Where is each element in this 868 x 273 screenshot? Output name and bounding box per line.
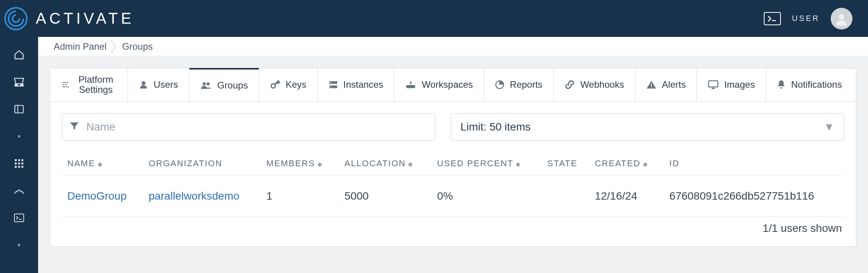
nav-separator-dot <box>11 130 27 143</box>
svg-rect-6 <box>18 159 20 161</box>
svg-point-28 <box>331 82 331 83</box>
col-created[interactable]: CREATED◆ <box>590 151 664 176</box>
key-icon <box>270 80 280 90</box>
col-allocation[interactable]: ALLOCATION◆ <box>339 151 432 176</box>
svg-point-22 <box>142 81 145 85</box>
alert-icon <box>646 80 656 89</box>
col-label: NAME <box>67 158 95 168</box>
tab-label: Images <box>724 79 755 90</box>
main: Admin Panel Groups Platform Settings Use… <box>38 37 868 273</box>
groups-table: NAME◆ ORGANIZATION MEMBERS◆ ALLOCATION◆ … <box>62 151 844 217</box>
breadcrumb-item[interactable]: Admin Panel <box>54 41 107 52</box>
pie-icon <box>495 80 504 89</box>
cell-organization[interactable]: parallelworksdemo <box>143 176 261 216</box>
sort-icon: ◆ <box>643 161 648 167</box>
svg-rect-31 <box>651 83 652 86</box>
svg-rect-13 <box>21 166 23 168</box>
col-label: MEMBERS <box>266 158 315 168</box>
col-used-percent[interactable]: USED PERCENT◆ <box>432 151 542 176</box>
tab-label: Alerts <box>662 79 686 90</box>
col-name[interactable]: NAME◆ <box>62 151 143 176</box>
cell-created: 12/16/24 <box>590 176 664 216</box>
col-id[interactable]: ID <box>664 151 844 176</box>
topbar: ACTIVATE USER <box>0 0 868 37</box>
svg-rect-10 <box>21 163 23 165</box>
tab-label: Keys <box>285 79 306 90</box>
nav-panel-icon[interactable] <box>11 103 27 115</box>
col-members[interactable]: MEMBERS◆ <box>261 151 339 176</box>
tab-alerts[interactable]: Alerts <box>635 68 697 101</box>
user-avatar-icon <box>835 12 849 26</box>
cell-allocation: 5000 <box>339 176 432 216</box>
search-input[interactable] <box>86 121 428 133</box>
tab-label: Users <box>154 79 178 90</box>
tab-label: Notifications <box>791 79 842 90</box>
avatar[interactable] <box>831 8 852 30</box>
nav-home-icon[interactable] <box>11 49 27 61</box>
cell-used-percent: 0% <box>432 176 542 216</box>
svg-line-15 <box>21 191 22 192</box>
svg-point-23 <box>203 82 206 85</box>
tab-instances[interactable]: Instances <box>318 68 395 101</box>
tab-label: Reports <box>510 79 542 90</box>
user-icon <box>139 80 148 89</box>
tab-platform-settings[interactable]: Platform Settings <box>50 68 128 101</box>
svg-rect-9 <box>18 163 20 165</box>
tabs: Platform Settings Users Groups Keys Inst… <box>50 68 856 102</box>
cell-state <box>542 176 589 216</box>
svg-rect-32 <box>651 87 652 87</box>
terminal-icon <box>768 16 777 22</box>
cell-name[interactable]: DemoGroup <box>62 176 143 216</box>
tab-users[interactable]: Users <box>128 68 189 101</box>
chevron-down-icon: ▼ <box>824 121 835 133</box>
svg-rect-7 <box>21 159 23 161</box>
brand-logo-icon <box>4 7 28 31</box>
tab-reports[interactable]: Reports <box>484 68 554 101</box>
svg-point-20 <box>65 84 67 86</box>
breadcrumb: Admin Panel Groups <box>38 37 868 56</box>
limit-select[interactable]: Limit: 50 items ▼ <box>451 113 844 141</box>
topbar-right: USER <box>764 8 852 30</box>
nav-terminal-icon[interactable] <box>11 212 27 224</box>
tab-workspaces[interactable]: Workspaces <box>394 68 484 101</box>
tab-images[interactable]: Images <box>697 68 766 101</box>
nav-inbox-icon[interactable] <box>11 76 27 88</box>
limit-label: Limit: 50 items <box>460 121 531 133</box>
table-row[interactable]: DemoGroup parallelworksdemo 1 5000 0% 12… <box>62 176 844 216</box>
svg-rect-8 <box>15 163 17 165</box>
svg-point-29 <box>331 87 331 87</box>
svg-rect-33 <box>709 81 718 87</box>
col-organization[interactable]: ORGANIZATION <box>143 151 261 176</box>
monitor-icon <box>708 80 719 89</box>
brand: ACTIVATE <box>4 7 135 31</box>
table-header-row: NAME◆ ORGANIZATION MEMBERS◆ ALLOCATION◆ … <box>62 151 844 176</box>
svg-point-19 <box>67 82 68 83</box>
svg-rect-11 <box>15 166 17 168</box>
tab-keys[interactable]: Keys <box>259 68 317 101</box>
tab-label: Groups <box>217 80 248 91</box>
tab-label: Instances <box>343 79 383 90</box>
col-state[interactable]: STATE <box>542 151 589 176</box>
user-label[interactable]: USER <box>792 14 820 23</box>
tab-label: Workspaces <box>422 79 473 90</box>
brand-name: ACTIVATE <box>36 10 135 27</box>
sort-icon: ◆ <box>98 161 103 167</box>
sort-icon: ◆ <box>408 161 413 167</box>
panel: Limit: 50 items ▼ NAME◆ ORGANIZATION MEM… <box>50 102 856 247</box>
svg-rect-5 <box>15 159 17 161</box>
tab-groups[interactable]: Groups <box>189 68 259 101</box>
breadcrumb-item[interactable]: Groups <box>122 41 153 52</box>
leftnav <box>0 37 38 273</box>
tab-notifications[interactable]: Notifications <box>766 68 853 101</box>
workspace-icon <box>405 80 416 89</box>
tab-webhooks[interactable]: Webhooks <box>554 68 635 101</box>
svg-point-2 <box>839 14 844 19</box>
link-icon <box>565 80 575 90</box>
search-wrap[interactable] <box>62 113 435 141</box>
col-label: ORGANIZATION <box>149 158 222 168</box>
col-label: USED PERCENT <box>437 158 513 168</box>
terminal-button[interactable] <box>764 12 781 25</box>
svg-point-24 <box>206 82 210 85</box>
nav-gauge-icon[interactable] <box>11 184 27 197</box>
nav-grid-icon[interactable] <box>11 157 27 170</box>
